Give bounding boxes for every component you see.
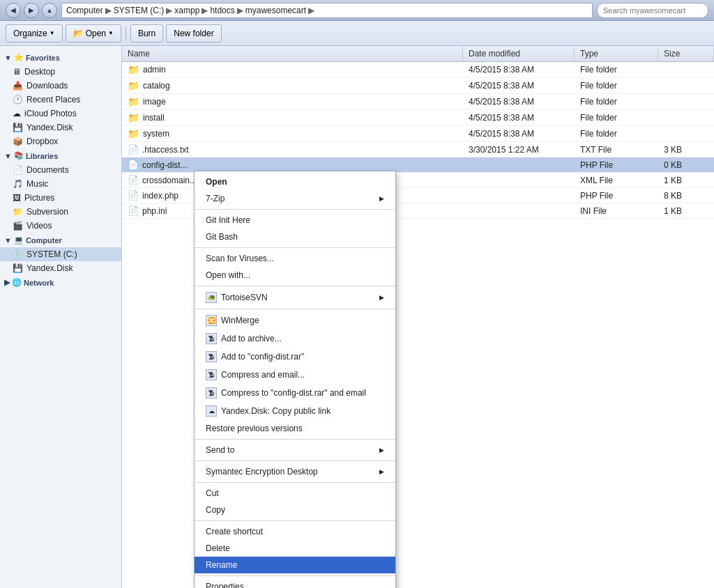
ctx-yandex-copy[interactable]: ☁ Yandex.Disk: Copy public link	[195, 402, 395, 420]
sidebar-item-desktop[interactable]: 🖥 Desktop	[0, 65, 121, 79]
sidebar-item-downloads[interactable]: 📥 Downloads	[0, 79, 121, 93]
col-size[interactable]: Size	[658, 46, 714, 61]
organize-dropdown-arrow: ▼	[50, 30, 55, 36]
ctx-winmerge[interactable]: 🔀 WinMerge	[195, 311, 395, 330]
sidebar: ▼ ⭐ Favorites 🖥 Desktop 📥 Downloads 🕐 Re…	[0, 46, 122, 588]
file-size-cell	[658, 132, 714, 136]
ctx-add-archive[interactable]: 🗜 Add to archive...	[195, 330, 395, 348]
winmerge-icon: 🔀	[206, 315, 217, 326]
tortoisesvn-icon: 🐢	[206, 292, 217, 303]
ctx-create-shortcut[interactable]: Create shortcut	[195, 523, 395, 540]
ctx-open-with[interactable]: Open with...	[195, 267, 395, 284]
open-icon: 📂	[73, 29, 84, 38]
file-date-cell	[463, 163, 575, 167]
archive-icon: 🗜	[206, 333, 217, 344]
breadcrumb-computer[interactable]: Computer	[66, 6, 103, 15]
file-type-cell: File folder	[575, 95, 658, 109]
file-name-cell: 📁admin	[122, 62, 463, 77]
organize-button[interactable]: Organize ▼	[6, 24, 63, 42]
ctx-git-bash[interactable]: Git Bash	[195, 229, 395, 245]
ctx-add-config-rar[interactable]: 🗜 Add to "config-dist.rar"	[195, 348, 395, 366]
forward-button[interactable]: ▶	[24, 3, 39, 18]
col-date[interactable]: Date modified	[463, 46, 575, 61]
sidebar-item-subversion[interactable]: 📁 Subversion	[0, 205, 121, 219]
file-date-cell: 4/5/2015 8:38 AM	[463, 127, 575, 141]
libraries-icon: 📚	[14, 151, 24, 160]
breadcrumb-drive[interactable]: SYSTEM (C:)	[114, 6, 165, 15]
ctx-copy[interactable]: Copy	[195, 502, 395, 518]
col-type[interactable]: Type	[575, 46, 658, 61]
file-name-cell: 📄config-dist...	[122, 157, 463, 172]
compress-email-icon: 🗜	[206, 369, 217, 380]
ctx-sep9	[195, 575, 395, 576]
file-date-cell	[463, 194, 575, 198]
table-row[interactable]: 📄.htaccess.txt 3/30/2015 1:22 AM TXT Fil…	[122, 142, 714, 157]
videos-icon: 🎬	[13, 221, 23, 231]
ctx-tortoisesvn[interactable]: 🐢 TortoiseSVN ▶	[195, 288, 395, 307]
sidebar-item-pictures[interactable]: 🖼 Pictures	[0, 191, 121, 205]
ctx-7zip[interactable]: 7-Zip ▶	[195, 190, 395, 207]
folder-icon: 📁	[128, 80, 139, 91]
ctx-scan-viruses[interactable]: Scan for Viruses...	[195, 250, 395, 267]
file-date-cell	[463, 209, 575, 213]
burn-button[interactable]: Burn	[130, 24, 163, 42]
compress-rar-icon: 🗜	[206, 387, 217, 399]
file-type-cell: PHP File	[575, 158, 658, 172]
yandexdisk-icon: 💾	[13, 263, 23, 273]
ctx-symantec[interactable]: Symantec Encryption Desktop ▶	[195, 463, 395, 480]
ctx-properties[interactable]: Properties	[195, 578, 395, 588]
sidebar-item-music[interactable]: 🎵 Music	[0, 177, 121, 191]
ctx-send-to[interactable]: Send to ▶	[195, 442, 395, 458]
sidebar-item-icloud[interactable]: ☁ iCloud Photos	[0, 107, 121, 121]
ctx-compress-email[interactable]: 🗜 Compress and email...	[195, 366, 395, 384]
music-icon: 🎵	[13, 179, 23, 189]
file-type-cell: PHP File	[575, 189, 658, 203]
table-row[interactable]: 📁catalog 4/5/2015 8:38 AM File folder	[122, 78, 714, 94]
table-row[interactable]: 📁install 4/5/2015 8:38 AM File folder	[122, 110, 714, 126]
file-size-cell: 1 KB	[658, 173, 714, 187]
network-header[interactable]: ▶ 🌐 Network	[0, 275, 121, 290]
submenu-arrow-svn: ▶	[379, 294, 384, 301]
libraries-header[interactable]: ▼ 📚 Libraries	[0, 148, 121, 163]
file-date-cell: 4/5/2015 8:38 AM	[463, 63, 575, 77]
breadcrumb-xampp[interactable]: xampp	[174, 6, 199, 15]
file-type-cell: File folder	[575, 79, 658, 93]
dropbox-icon: 📦	[13, 137, 23, 146]
open-button[interactable]: 📂 Open ▼	[66, 24, 121, 42]
sidebar-item-yandex[interactable]: 💾 Yandex.Disk	[0, 121, 121, 134]
sidebar-item-dropbox[interactable]: 📦 Dropbox	[0, 134, 121, 148]
archive2-icon: 🗜	[206, 351, 217, 362]
breadcrumb[interactable]: Computer ▶ SYSTEM (C:) ▶ xampp ▶ htdocs …	[61, 3, 593, 18]
ctx-sep2	[195, 247, 395, 248]
sidebar-item-documents[interactable]: 📄 Documents	[0, 163, 121, 177]
ctx-restore-versions[interactable]: Restore previous versions	[195, 420, 395, 437]
ctx-git-init[interactable]: Git Init Here	[195, 212, 395, 229]
table-row[interactable]: 📁admin 4/5/2015 8:38 AM File folder	[122, 62, 714, 78]
ctx-rename[interactable]: Rename	[195, 557, 395, 573]
back-button[interactable]: ◀	[6, 3, 21, 18]
sidebar-item-yandexdisk[interactable]: 💾 Yandex.Disk	[0, 261, 121, 275]
computer-header[interactable]: ▼ 💻 Computer	[0, 233, 121, 247]
nav-buttons: ◀ ▶ ▲	[6, 3, 57, 18]
col-name[interactable]: Name	[122, 46, 463, 61]
ctx-compress-rar-email[interactable]: 🗜 Compress to "config-dist.rar" and emai…	[195, 384, 395, 402]
favorites-header[interactable]: ▼ ⭐ Favorites	[0, 50, 121, 65]
sidebar-item-recent[interactable]: 🕐 Recent Places	[0, 93, 121, 107]
file-size-cell	[658, 68, 714, 72]
breadcrumb-htdocs[interactable]: htdocs	[210, 6, 234, 15]
table-row[interactable]: 📁system 4/5/2015 8:38 AM File folder	[122, 126, 714, 142]
title-bar: ◀ ▶ ▲ Computer ▶ SYSTEM (C:) ▶ xampp ▶ h…	[0, 0, 714, 21]
sidebar-item-videos[interactable]: 🎬 Videos	[0, 219, 121, 233]
new-folder-button[interactable]: New folder	[166, 24, 221, 42]
drive-c-icon: 💿	[13, 249, 23, 259]
table-row[interactable]: 📁image 4/5/2015 8:38 AM File folder	[122, 94, 714, 110]
sidebar-item-systemc[interactable]: 💿 SYSTEM (C:)	[0, 247, 121, 261]
ctx-cut[interactable]: Cut	[195, 485, 395, 502]
ctx-delete[interactable]: Delete	[195, 540, 395, 557]
search-input[interactable]	[597, 3, 708, 18]
up-button[interactable]: ▲	[42, 3, 57, 18]
breadcrumb-folder[interactable]: myawesomecart	[245, 6, 306, 15]
ctx-open[interactable]: Open	[195, 173, 395, 190]
file-size-cell	[658, 84, 714, 88]
libraries-collapse-icon: ▼	[4, 152, 12, 160]
